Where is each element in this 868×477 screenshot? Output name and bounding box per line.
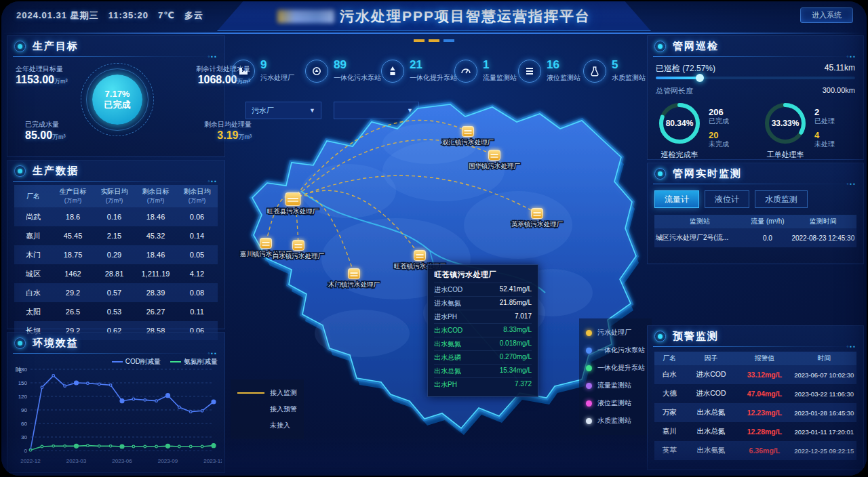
stat-label: 污水处理厂 [260,74,294,81]
svg-text:60: 60 [21,421,27,427]
popup-title: 旺苍镇污水处理厂 [434,270,532,280]
map-stat-lift-pump: 21一体化提升泵站 [381,60,457,83]
legend-item: 接入预警 [237,401,297,417]
gauge-stat-value: 4 [814,131,835,140]
svg-text:120: 120 [18,394,28,400]
inspected-km: 45.11km [825,63,855,75]
stat-value: 21 [410,60,457,70]
column-header: 厂名 [14,185,52,207]
map-stat-flask: 5水质监测站 [583,60,646,83]
gauge-stat-label: 未完成 [709,140,729,149]
alarm-time: 2023-03-22 11:06:30 [792,384,856,403]
county-map[interactable]: 旺苍县污水处理厂嘉川镇污水处理厂白水镇污水处理厂木门镇污水处理厂旺苍镇污水处理厂… [226,89,651,469]
map-stat-factory: 9污水处理厂 [232,60,294,83]
popup-metric-row: 出水氨氮0.018mg/L [434,337,532,350]
metric-value: 0.270mg/L [500,353,532,362]
table-row: 城区污水处理厂2号(流...0.02022-08-23 12:45:30 [654,228,856,247]
gauge-stat-value: 20 [709,131,729,140]
production-data-table: 厂名生产目标(万m³)实际日均(万m³)剩余目标(万m³)剩余日均(万m³)尚武… [14,185,218,340]
panel-environment: 环境效益 ◦▪▪ COD削减量氨氮削减量 吨030609012015018020… [7,332,225,473]
gauge-caption: 工单处理率 [763,150,808,160]
svg-text:2023-12: 2023-12 [203,458,222,464]
legend-item: 接入监测 [237,385,297,401]
panel-title: 管网巡检 [673,40,719,53]
gauge-caption: 巡检完成率 [657,150,702,160]
gauge-stat-label: 已处理 [814,117,835,126]
table-row: 尚武18.60.1618.460.06 [14,207,218,226]
popup-metric-row: 出水总磷0.270mg/L [434,350,532,364]
table-row: 太阳26.50.5326.270.11 [14,302,218,321]
legend-dot [586,330,592,336]
gauge-percent-text: 80.34% [666,119,694,128]
panel-icon [654,41,666,52]
lift-pump-icon [381,60,404,83]
map-stat-pump: 89一体化污水泵站 [305,60,381,83]
panel-icon [14,165,26,177]
legend-dot [586,400,592,407]
svg-text:2023-06: 2023-06 [112,458,132,464]
plant-info-popup: 旺苍镇污水处理厂 进水COD52.41mg/L进水氨氮21.85mg/L进水PH… [427,264,538,397]
legend-item: 流量监测站 [586,377,645,394]
page-title: 污水处理PPP项目智慧运营指挥平台 [340,7,591,26]
stat-value: 16 [547,60,580,70]
legend-line [237,392,264,394]
svg-text:2023-03: 2023-03 [66,458,87,464]
header-datetime: 2024.01.31 星期三11:35:207℃多云 [16,9,213,22]
legend-item: 一体化提升泵站 [586,359,645,377]
title-bar: 污水处理PPP项目智慧运营指挥平台 [217,1,651,31]
inspection-progress-slider[interactable] [656,77,855,79]
legend-dot [586,365,592,371]
panel-icon [14,41,26,52]
svg-text:150: 150 [18,380,28,386]
plant-node-label: 国华镇污水处理厂 [469,162,521,169]
legend-line [237,409,264,410]
panel-title: 预警监测 [673,330,719,343]
tab-流量计[interactable]: 流量计 [654,190,699,208]
tab-液位计[interactable]: 液位计 [705,190,749,208]
gauge-label: 已完成 [104,99,131,111]
metric-value: 15.34mg/L [500,367,532,376]
gauge-stat-label: 已完成 [709,117,729,126]
realtime-table: 监测站流量 (m³/h)监测时间城区污水处理厂2号(流...0.02022-08… [654,215,856,247]
alarm-value: 6.36mg/L [737,441,791,460]
column-header: 因子 [685,352,737,365]
tab-水质监测[interactable]: 水质监测 [755,190,808,208]
gauge-percent: 7.17% [105,89,130,99]
total-length-value: 300.00km [823,86,855,96]
factor: 出水氨氮 [685,441,737,460]
dashboard-root: 2024.01.31 星期三11:35:207℃多云 污水处理PPP项目智慧运营… [1,1,867,476]
svg-text:0: 0 [24,448,28,454]
column-header: 剩余目标(万m³) [135,185,176,207]
panel-pipe-inspection: 管网巡检 ◦▪▪ 已巡检 (72.57%) 45.11km 总管网长度 300.… [647,35,864,160]
alarm-time: 2022-12-25 09:22:15 [792,441,856,460]
plant-node-label: 双汇镇污水处理厂 [442,138,494,146]
gauge-percent-text: 33.33% [772,119,800,128]
stat-value: 89 [334,60,381,70]
alarm-value: 33.12mg/L [737,365,791,384]
plant-node-label: 木门镇污水处理厂 [328,281,380,288]
alarm-time: 2023-06-07 10:02:30 [792,365,856,384]
pump-icon [305,60,328,83]
slider-thumb[interactable] [696,74,704,82]
level-meter-icon [518,60,541,83]
column-header: 报警值 [737,352,791,365]
gauge-stat-label: 未处理 [814,140,835,149]
enter-system-button[interactable]: 进入系统 [800,7,853,23]
column-header: 生产目标(万m³) [52,185,94,207]
stat-label: 流量监测站 [483,74,517,81]
metric-label: 出水PH [434,380,457,390]
environment-line-chart: 吨03060901201501802022-122023-032023-0620… [10,365,222,472]
svg-text:180: 180 [18,367,28,373]
metric-value: 21.85mg/L [500,299,532,308]
popup-metric-row: 进水PH7.017 [434,310,532,323]
stat-label: 一体化污水泵站 [334,74,381,81]
column-header: 监测站 [654,215,745,228]
inspected-label: 已巡检 (72.57%) [656,63,715,75]
map-stat-level-meter: 16液位监测站 [518,60,580,83]
legend-line [237,425,264,426]
metric-label: 出水氨氮 [434,339,461,349]
legend-item: 污水处理厂 [586,324,645,341]
metric-value: 0.018mg/L [500,339,532,349]
stat-label: 水质监测站 [612,74,646,81]
map-stat-flow-meter: 1流量监测站 [454,60,517,83]
